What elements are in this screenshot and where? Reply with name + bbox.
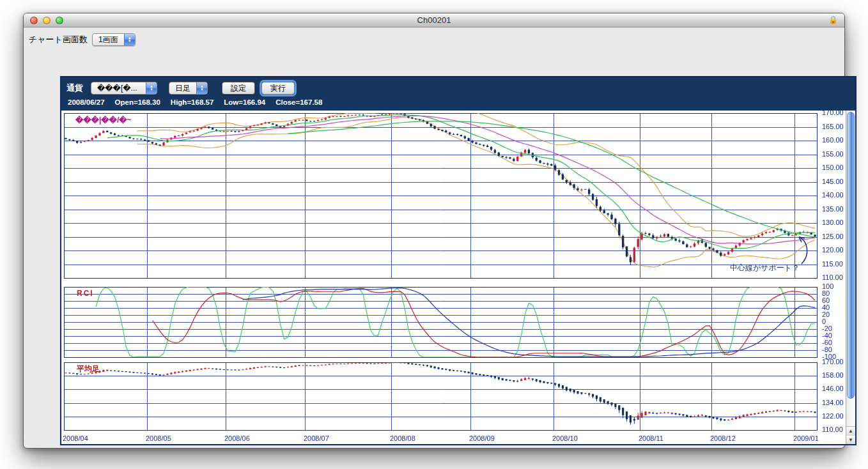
stepper-icon: ▲▼: [146, 82, 157, 94]
info-date: 2008/06/27: [68, 98, 105, 106]
currency-label: 通貨: [66, 82, 83, 94]
zoom-button[interactable]: [56, 17, 63, 24]
info-low: Low=166.94: [224, 98, 265, 106]
scrollbar-arrows: ▲ ▼: [846, 426, 855, 444]
screens-label: チャート画面数: [29, 34, 88, 45]
screens-toolbar: チャート画面数 1画面 ▲▼: [24, 27, 844, 46]
chart-frame: 通貨 ���[�... ▲▼ 日足 ▲▼ 設定 実行 2008/06/27 Op…: [60, 76, 856, 445]
chart-canvas: [61, 111, 846, 444]
ohlc-info: 2008/06/27 Open=168.30 High=168.57 Low=1…: [66, 96, 850, 106]
vertical-scrollbar[interactable]: ▲ ▼: [846, 111, 855, 444]
plot-region: ���|��/�~ RCI 平均足 中心線がサポート？: [61, 111, 846, 444]
info-open: Open=168.30: [115, 98, 160, 106]
stepper-icon: ▲▼: [196, 82, 207, 94]
stepper-icon: ▲▼: [124, 34, 135, 45]
scrollbar-thumb[interactable]: [847, 112, 855, 399]
app-window: Ch00201 🔒 チャート画面数 1画面 ▲▼ 通貨 ���[�... ▲▼: [23, 13, 845, 449]
info-high: High=168.57: [171, 98, 213, 106]
run-button[interactable]: 実行: [261, 82, 295, 95]
currency-pair-value: ���[�...: [91, 82, 146, 94]
scroll-up-button[interactable]: ▲: [846, 427, 855, 436]
close-button[interactable]: [30, 17, 38, 24]
screens-select[interactable]: 1画面 ▲▼: [92, 33, 136, 46]
chart-header: 通貨 ���[�... ▲▼ 日足 ▲▼ 設定 実行 2008/06/27 Op…: [61, 77, 855, 111]
minimize-button[interactable]: [43, 17, 50, 24]
titlebar[interactable]: Ch00201 🔒: [24, 13, 844, 27]
lock-icon: 🔒: [828, 15, 838, 24]
currency-pair-select[interactable]: ���[�... ▲▼: [91, 82, 157, 95]
desktop: Ch00201 🔒 チャート画面数 1画面 ▲▼ 通貨 ���[�... ▲▼: [0, 0, 868, 469]
scroll-down-button[interactable]: ▼: [846, 436, 855, 445]
window-title: Ch00201: [24, 15, 844, 25]
window-controls: [30, 17, 63, 24]
settings-button[interactable]: 設定: [222, 82, 255, 95]
chart-body: ���|��/�~ RCI 平均足 中心線がサポート？ ▲ ▼: [61, 111, 855, 444]
info-close: Close=167.58: [275, 98, 322, 106]
screens-select-value: 1画面: [93, 34, 124, 45]
timeframe-select[interactable]: 日足 ▲▼: [169, 82, 208, 95]
timeframe-value: 日足: [169, 82, 196, 94]
